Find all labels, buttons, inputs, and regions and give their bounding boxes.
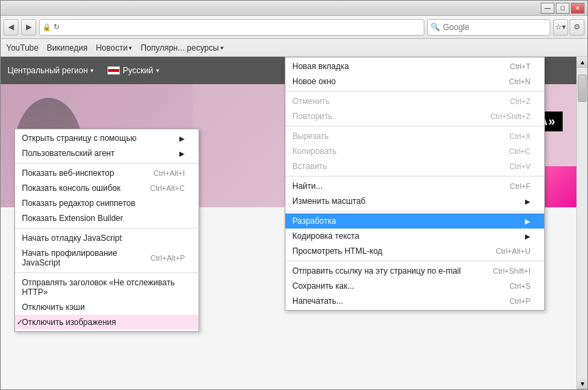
menu-item-label: Вставить — [292, 161, 327, 171]
chevron-down-icon: ▾ — [90, 67, 94, 74]
menu-print[interactable]: Напечатать... Ctrl+P — [285, 294, 544, 309]
menu-start-js-profile[interactable]: Начать профилирование JavaScript Ctrl+Al… — [15, 246, 199, 270]
menu-item-label: Отключить изображения — [22, 317, 116, 327]
shortcut-label: Ctrl+Alt+C — [150, 184, 185, 192]
menu-item-label: Открыть страницу с помощью — [22, 133, 136, 143]
menu-copy: Копировать Ctrl+C — [285, 144, 544, 159]
bookmarks-bar: YouTube Википедия Новости ▾ Популярн... … — [1, 39, 587, 57]
menu-separator — [15, 228, 199, 229]
menu-devtools[interactable]: Разработка ▶ — [285, 213, 544, 229]
arrow-icon: ▶ — [179, 135, 185, 142]
bookmark-popular[interactable]: Популярн... ресурсы ▾ — [140, 43, 223, 53]
address-input[interactable] — [62, 23, 421, 32]
menu-separator — [285, 126, 544, 127]
menu-redo: Повторить Ctrl+Shift+Z — [285, 109, 544, 124]
menu-item-label: Напечатать... — [292, 296, 343, 306]
scrollbar-right[interactable]: ▲ ▼ — [576, 57, 587, 389]
menu-open-with[interactable]: Открыть страницу с помощью ▶ — [15, 131, 199, 146]
arrow-icon: ▶ — [179, 150, 185, 157]
menu-show-console[interactable]: Показать консоль ошибок Ctrl+Alt+C — [15, 181, 199, 196]
search-input[interactable] — [443, 23, 547, 32]
menu-item-label: Найти... — [292, 181, 322, 191]
menu-separator — [285, 211, 544, 211]
menu-item-label: Просмотреть HTML-код — [292, 246, 383, 256]
menu-item-label: Показать Extension Builder — [22, 213, 123, 223]
menu-item-label: Новая вкладка — [292, 62, 349, 71]
menu-disable-images[interactable]: Отключить изображения — [15, 315, 199, 330]
scroll-track[interactable] — [577, 68, 587, 378]
menu-item-label: Вырезать — [292, 131, 329, 141]
page-content: Центральный регион ▾ Русский ▾ «ЗАЩИТА Ц… — [1, 57, 587, 389]
settings-button[interactable]: ⚙ — [570, 19, 585, 36]
bookmark-label: YouTube — [6, 43, 38, 53]
menu-new-window[interactable]: Новое окно Ctrl+N — [285, 74, 544, 89]
menu-item-label: Отключить кэши — [22, 302, 85, 312]
bookmark-youtube[interactable]: YouTube — [6, 43, 38, 53]
shortcut-label: Ctrl+N — [509, 77, 531, 86]
menu-separator — [285, 176, 544, 177]
bookmark-wikipedia[interactable]: Википедия — [47, 43, 88, 53]
scroll-up-button[interactable]: ▲ — [577, 57, 587, 68]
scroll-down-button[interactable]: ▼ — [577, 378, 587, 389]
menu-start-js-debug[interactable]: Начать отладку JavaScript — [15, 231, 199, 246]
shortcut-label: Ctrl+F — [510, 182, 531, 190]
language-selector[interactable]: Русский ▾ — [107, 66, 159, 75]
bookmarks-button[interactable]: ☆▾ — [553, 19, 568, 36]
menu-item-label: Начать отладку JavaScript — [22, 233, 122, 243]
chevron-down-icon: ▾ — [156, 67, 159, 74]
menu-item-label: Сохранить как... — [292, 281, 354, 291]
menu-item-label: Повторить — [292, 112, 333, 121]
region-selector[interactable]: Центральный регион ▾ — [8, 66, 94, 75]
menu-new-tab[interactable]: Новая вкладка Ctrl+T — [285, 59, 544, 74]
shortcut-label: Ctrl+C — [509, 147, 531, 155]
address-bar: 🔒 ↻ — [39, 19, 424, 36]
shortcut-label: Ctrl+S — [509, 282, 531, 290]
search-bar: 🔍 — [427, 19, 550, 36]
menu-encoding[interactable]: Кодировка текста ▶ — [285, 229, 544, 244]
search-icon: 🔍 — [431, 23, 440, 31]
menu-show-inspector[interactable]: Показать веб-инспектор Ctrl+Alt+I — [15, 166, 199, 181]
back-button[interactable]: ◀ — [3, 19, 18, 36]
menu-show-extension-builder[interactable]: Показать Extension Builder — [15, 211, 199, 226]
menu-send-no-track[interactable]: Отправлять заголовок «Не отслеживать HTT… — [15, 275, 199, 300]
menu-send-link[interactable]: Отправить ссылку на эту страницу по e-ma… — [285, 263, 544, 278]
menu-find[interactable]: Найти... Ctrl+F — [285, 179, 544, 194]
menu-show-snippets[interactable]: Показать редактор сниппетов — [15, 196, 199, 211]
menu-zoom[interactable]: Изменить масштаб ▶ — [285, 194, 544, 209]
minimize-button[interactable]: — — [541, 3, 554, 14]
menu-item-label: Изменить масштаб — [292, 196, 366, 206]
menu-item-label: Показать консоль ошибок — [22, 183, 120, 193]
shortcut-label: Ctrl+Alt+P — [151, 254, 185, 262]
shortcut-label: Ctrl+Alt+I — [153, 169, 185, 177]
menu-cut: Вырезать Ctrl+X — [285, 129, 544, 144]
menu-item-label: Пользовательский агент — [22, 148, 114, 158]
bookmark-news[interactable]: Новости ▾ — [96, 43, 132, 53]
menu-separator — [285, 91, 544, 92]
forward-button[interactable]: ▶ — [21, 19, 36, 36]
bookmark-label: Новости — [96, 43, 127, 53]
menu-item-label: Кодировка текста — [292, 231, 359, 241]
chevron-down-icon: ▾ — [129, 44, 132, 51]
browser-window: — □ ✕ ◀ ▶ 🔒 ↻ 🔍 ☆▾ ⚙ YouTube Википедия — [0, 0, 588, 390]
toolbar: ◀ ▶ 🔒 ↻ 🔍 ☆▾ ⚙ — [1, 16, 587, 39]
reload-icon[interactable]: ↻ — [53, 23, 60, 31]
menu-save-as[interactable]: Сохранить как... Ctrl+S — [285, 278, 544, 294]
menu-item-label: Отправить ссылку на эту страницу по e-ma… — [292, 266, 461, 276]
left-context-menu: Открыть страницу с помощью ▶ Пользовател… — [14, 129, 199, 332]
region-label: Центральный регион — [8, 66, 88, 75]
toolbar-right-buttons: ☆▾ ⚙ — [553, 19, 585, 36]
chevron-down-icon: ▾ — [220, 44, 224, 51]
menu-separator — [285, 261, 544, 261]
menu-disable-cache[interactable]: Отключить кэши — [15, 300, 199, 315]
shortcut-label: Ctrl+Z — [510, 97, 531, 105]
close-button[interactable]: ✕ — [571, 3, 585, 14]
menu-user-agent[interactable]: Пользовательский агент ▶ — [15, 146, 199, 161]
menu-item-label: Показать редактор сниппетов — [22, 198, 136, 208]
maximize-button[interactable]: □ — [556, 3, 570, 14]
shortcut-label: Ctrl+Shift+I — [493, 267, 531, 275]
menu-undo: Отменить Ctrl+Z — [285, 94, 544, 109]
scroll-thumb[interactable] — [578, 75, 587, 102]
menu-view-source[interactable]: Просмотреть HTML-код Ctrl+Alt+U — [285, 244, 544, 259]
shortcut-label: Ctrl+T — [510, 62, 531, 70]
arrow-icon: ▶ — [525, 198, 531, 205]
